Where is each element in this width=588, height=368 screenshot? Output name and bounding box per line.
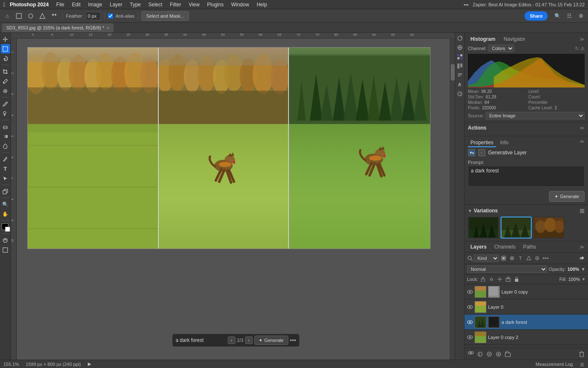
layer-visibility-icon[interactable] [467,289,473,295]
lasso-tool[interactable] [1,54,10,63]
screen-mode-tool[interactable] [1,245,10,254]
scrollbar-thumb[interactable] [451,64,455,81]
vertical-scrollbar[interactable] [450,39,455,360]
prompt-input[interactable] [176,337,226,343]
adjustment-icon[interactable] [456,44,464,51]
properties-generate-button[interactable]: ✦ Generate [549,191,585,202]
layer-row[interactable]: Layer 0 [465,299,588,315]
add-style-icon[interactable]: f [476,350,484,358]
create-fill-adj-icon[interactable] [495,350,502,358]
lock-position-icon[interactable] [496,276,503,283]
layer-visibility-icon[interactable] [467,304,473,310]
menu-window[interactable]: Window [228,1,252,8]
menu-image[interactable]: Image [85,1,105,8]
eyedropper-tool[interactable] [1,77,10,86]
source-select[interactable]: Entire Image [486,112,585,119]
heal-tool[interactable] [1,86,10,95]
opacity-dropdown-icon[interactable]: ▼ [581,267,585,272]
grid-view-icon[interactable]: ⊞ [580,207,585,214]
tool-options-4[interactable] [50,11,59,21]
pen-tool[interactable] [1,154,10,164]
layer-row[interactable]: a dark forest [465,315,588,330]
variation-3[interactable] [533,217,564,238]
properties-expand[interactable]: ≫ [580,139,585,147]
quick-mask-tool[interactable] [1,236,10,245]
filter-shape-icon[interactable] [525,254,533,262]
crop-tool[interactable] [1,67,10,76]
delete-layer-icon[interactable] [578,350,585,358]
tab-close-button[interactable]: × [107,26,109,30]
blur-tool[interactable] [1,141,10,151]
paragraph-icon[interactable] [456,71,464,79]
shape-tool[interactable] [1,187,10,196]
swatches-icon[interactable] [456,62,464,70]
marquee-tool[interactable] [1,44,10,53]
actions-expand[interactable]: ≫ [580,125,585,131]
share-button[interactable]: Share [525,11,548,21]
filter-toggle[interactable] [578,254,585,262]
layer-visibility-icon[interactable] [467,319,473,325]
settings-icon[interactable]: ⚙ [576,11,585,21]
properties-tab[interactable]: Properties [468,139,496,147]
prompt-generate-button[interactable]: ✦ Generate [254,336,288,345]
history-brush-icon[interactable] [456,34,464,42]
filter-pixel-icon[interactable] [500,254,507,262]
select-and-mask-button[interactable]: Select and Mask... [142,11,189,21]
menu-view[interactable]: View [185,1,203,8]
prompt-prev-button[interactable]: ‹ [228,336,235,344]
lock-all-icon[interactable] [513,276,520,283]
link-layers-icon[interactable] [467,350,475,358]
arrange-icon[interactable]: ☷ [564,11,574,21]
histogram-warning-icon[interactable]: ⚠ [580,46,585,51]
color-icon[interactable] [456,53,464,61]
menu-select[interactable]: Select [145,1,165,8]
measure-log-label[interactable]: Measurement Log [536,362,573,367]
prompt-more-button[interactable]: ••• [290,337,296,344]
move-tool[interactable] [1,34,10,44]
color-swatches[interactable] [1,222,10,232]
tool-options-home[interactable]: ⌂ [3,11,12,21]
foreground-color[interactable] [2,223,8,230]
blend-mode-select[interactable]: Normal Multiply Screen Overlay [467,265,547,273]
layer-visibility-icon[interactable] [467,334,473,340]
menu-edit[interactable]: Edit [68,1,84,8]
menu-layer[interactable]: Layer [106,1,126,8]
lock-pixels-icon[interactable] [488,276,495,283]
filter-text-icon[interactable]: T [517,254,524,262]
variation-2[interactable] [501,217,532,238]
fill-dropdown-icon[interactable]: ▼ [582,277,585,281]
anti-alias-checkbox[interactable] [108,13,113,19]
background-color[interactable] [5,227,10,232]
variations-header[interactable]: ▼ Variations ⊞ [468,207,585,214]
histogram-tab[interactable]: Histogram [468,35,498,43]
filter-dots-icon[interactable]: ••• [542,254,549,262]
text-tool[interactable]: T [1,164,10,173]
menu-help[interactable]: Help [253,1,270,8]
kind-select[interactable]: Kind Name Effect [474,254,499,262]
channel-select[interactable]: Colors RGB Red Green Blue [488,45,514,52]
status-arrow[interactable]: ▶ [88,361,91,367]
info-tab[interactable]: Info [498,139,511,147]
search-icon[interactable]: 🔍 [553,11,562,21]
lock-transparent-icon[interactable] [480,276,486,283]
eraser-tool[interactable] [1,122,10,131]
gradient-tool[interactable] [1,132,10,141]
filter-adjustment-icon[interactable] [508,254,516,262]
tool-options-2[interactable] [26,11,35,21]
paths-tab[interactable]: Paths [520,243,538,251]
hand-tool[interactable]: ✋ [1,209,10,219]
layer-row[interactable]: Layer 0 copy 2 [465,330,588,345]
add-mask-icon[interactable] [486,350,493,358]
character-icon[interactable]: A [456,81,464,88]
document-tab[interactable]: SD3_8553.jpg @ 155% (a dark forest, RGB/… [2,23,114,32]
brush-tool[interactable] [1,99,10,109]
lock-artboard-icon[interactable] [505,276,512,283]
menu-file[interactable]: File [53,1,68,8]
histogram-refresh-icon[interactable]: ↻ [575,46,579,51]
histogram-expand[interactable]: ≫ [580,37,585,42]
group-layers-icon[interactable] [504,350,512,358]
canvas-scroll-area[interactable]: ‹ 2/3 › ✦ Generate ••• [17,39,455,360]
tool-options-3[interactable] [38,11,47,21]
channels-tab[interactable]: Channels [492,243,518,251]
filter-smart-icon[interactable] [533,254,541,262]
